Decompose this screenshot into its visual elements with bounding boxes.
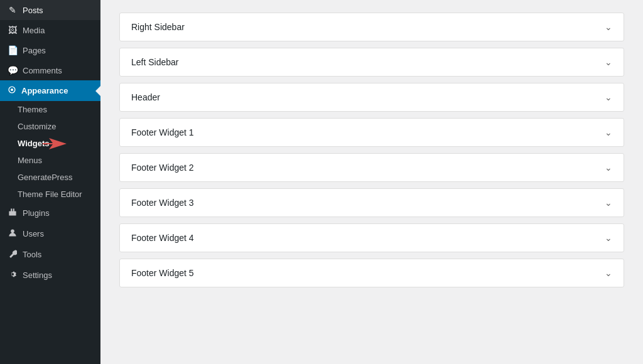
sidebar-item-customize[interactable]: Customize — [0, 118, 100, 135]
sidebar-item-plugins[interactable]: Plugins — [0, 203, 100, 223]
widget-footer-1[interactable]: Footer Widget 1 ⌄ — [119, 118, 624, 147]
sidebar-item-generatepress[interactable]: GeneratePress — [0, 169, 100, 186]
main-content: Right Sidebar ⌄ Left Sidebar ⌄ Header ⌄ … — [100, 0, 643, 364]
sidebar-item-media[interactable]: 🖼 Media — [0, 20, 100, 40]
chevron-down-icon: ⌄ — [605, 22, 612, 32]
sidebar: ✎ Posts 🖼 Media 📄 Pages 💬 Comments Appea… — [0, 0, 100, 364]
chevron-down-icon: ⌄ — [605, 57, 612, 67]
sidebar-item-theme-file-editor[interactable]: Theme File Editor — [0, 186, 100, 203]
sidebar-item-settings[interactable]: Settings — [0, 265, 100, 286]
sidebar-item-menus[interactable]: Menus — [0, 152, 100, 169]
chevron-down-icon: ⌄ — [605, 233, 612, 243]
widget-list: Right Sidebar ⌄ Left Sidebar ⌄ Header ⌄ … — [119, 13, 624, 287]
widget-footer-5[interactable]: Footer Widget 5 ⌄ — [119, 259, 624, 287]
appearance-submenu: Themes Customize Widgets Menus GenerateP… — [0, 101, 100, 203]
widget-header[interactable]: Header ⌄ — [119, 83, 624, 112]
settings-icon — [8, 270, 18, 281]
widget-footer-2[interactable]: Footer Widget 2 ⌄ — [119, 153, 624, 182]
pages-icon: 📄 — [8, 45, 18, 55]
svg-point-0 — [11, 88, 13, 91]
chevron-down-icon: ⌄ — [605, 198, 612, 208]
widgets-arrow-icon — [43, 138, 67, 149]
widget-footer-4[interactable]: Footer Widget 4 ⌄ — [119, 223, 624, 252]
chevron-down-icon: ⌄ — [605, 163, 612, 173]
sidebar-item-users[interactable]: Users — [0, 223, 100, 244]
widget-right-sidebar[interactable]: Right Sidebar ⌄ — [119, 13, 624, 41]
sidebar-item-comments[interactable]: 💬 Comments — [0, 60, 100, 80]
sidebar-item-pages[interactable]: 📄 Pages — [0, 40, 100, 60]
svg-rect-4 — [13, 208, 14, 211]
tools-icon — [8, 249, 18, 260]
sidebar-item-widgets[interactable]: Widgets — [0, 135, 100, 152]
comments-icon: 💬 — [8, 65, 18, 75]
sidebar-item-tools[interactable]: Tools — [0, 244, 100, 265]
chevron-down-icon: ⌄ — [605, 268, 612, 278]
posts-icon: ✎ — [8, 5, 18, 15]
svg-rect-2 — [9, 211, 16, 216]
users-icon — [8, 228, 18, 239]
sidebar-item-appearance[interactable]: Appearance — [0, 80, 100, 101]
svg-marker-1 — [43, 138, 67, 149]
widget-left-sidebar[interactable]: Left Sidebar ⌄ — [119, 48, 624, 77]
media-icon: 🖼 — [8, 25, 18, 35]
appearance-icon — [8, 85, 16, 96]
svg-rect-3 — [11, 208, 12, 211]
plugins-icon — [8, 208, 18, 218]
sidebar-item-themes[interactable]: Themes — [0, 101, 100, 118]
widget-footer-3[interactable]: Footer Widget 3 ⌄ — [119, 188, 624, 217]
sidebar-item-posts[interactable]: ✎ Posts — [0, 0, 100, 20]
svg-point-5 — [11, 229, 14, 233]
chevron-down-icon: ⌄ — [605, 127, 612, 137]
chevron-down-icon: ⌄ — [605, 92, 612, 102]
